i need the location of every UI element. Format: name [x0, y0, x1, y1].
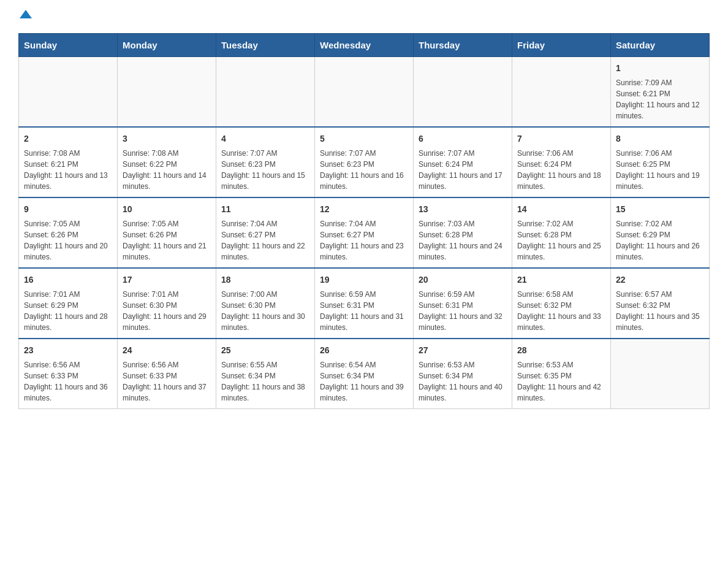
day-info: Sunrise: 6:55 AM Sunset: 6:34 PM Dayligh…: [221, 359, 309, 404]
calendar-day-header: Friday: [512, 34, 611, 57]
calendar-day-cell: 23Sunrise: 6:56 AM Sunset: 6:33 PM Dayli…: [19, 339, 118, 409]
day-number: 2: [24, 132, 112, 145]
calendar-day-cell: 8Sunrise: 7:06 AM Sunset: 6:25 PM Daylig…: [611, 127, 710, 197]
calendar-day-header: Monday: [118, 34, 216, 57]
calendar-day-cell: 2Sunrise: 7:08 AM Sunset: 6:21 PM Daylig…: [19, 127, 118, 197]
calendar-day-cell: 12Sunrise: 7:04 AM Sunset: 6:27 PM Dayli…: [315, 197, 414, 268]
calendar-day-cell: [512, 57, 611, 128]
day-number: 8: [616, 132, 704, 145]
day-info: Sunrise: 7:04 AM Sunset: 6:27 PM Dayligh…: [221, 218, 309, 262]
calendar-day-cell: 4Sunrise: 7:07 AM Sunset: 6:23 PM Daylig…: [216, 127, 315, 197]
day-info: Sunrise: 7:02 AM Sunset: 6:28 PM Dayligh…: [517, 218, 605, 262]
day-info: Sunrise: 6:56 AM Sunset: 6:33 PM Dayligh…: [24, 359, 112, 404]
day-number: 24: [123, 344, 211, 357]
calendar-day-cell: 6Sunrise: 7:07 AM Sunset: 6:24 PM Daylig…: [414, 127, 512, 197]
calendar-day-cell: 27Sunrise: 6:53 AM Sunset: 6:34 PM Dayli…: [414, 339, 512, 409]
day-number: 25: [221, 344, 309, 357]
day-number: 21: [517, 274, 605, 286]
calendar-day-cell: 22Sunrise: 6:57 AM Sunset: 6:32 PM Dayli…: [611, 268, 710, 339]
calendar-week-row: 9Sunrise: 7:05 AM Sunset: 6:26 PM Daylig…: [19, 197, 710, 268]
day-info: Sunrise: 7:05 AM Sunset: 6:26 PM Dayligh…: [123, 218, 211, 262]
calendar-week-row: 23Sunrise: 6:56 AM Sunset: 6:33 PM Dayli…: [19, 339, 710, 409]
calendar-day-cell: 16Sunrise: 7:01 AM Sunset: 6:29 PM Dayli…: [19, 268, 118, 339]
day-info: Sunrise: 7:03 AM Sunset: 6:28 PM Dayligh…: [419, 218, 507, 262]
day-number: 15: [616, 203, 704, 216]
calendar-week-row: 2Sunrise: 7:08 AM Sunset: 6:21 PM Daylig…: [19, 127, 710, 197]
day-number: 23: [24, 344, 112, 357]
day-info: Sunrise: 7:08 AM Sunset: 6:21 PM Dayligh…: [24, 148, 112, 192]
calendar-day-cell: 7Sunrise: 7:06 AM Sunset: 6:24 PM Daylig…: [512, 127, 611, 197]
calendar-day-cell: 1Sunrise: 7:09 AM Sunset: 6:21 PM Daylig…: [611, 57, 710, 128]
day-number: 16: [24, 274, 112, 286]
calendar-day-cell: 21Sunrise: 6:58 AM Sunset: 6:32 PM Dayli…: [512, 268, 611, 339]
calendar-day-header: Sunday: [19, 34, 118, 57]
calendar-day-header: Tuesday: [216, 34, 315, 57]
calendar-table: SundayMondayTuesdayWednesdayThursdayFrid…: [18, 33, 710, 409]
day-info: Sunrise: 7:01 AM Sunset: 6:29 PM Dayligh…: [24, 289, 112, 333]
page-header: [18, 12, 710, 21]
day-number: 28: [517, 344, 605, 357]
calendar-day-cell: 19Sunrise: 6:59 AM Sunset: 6:31 PM Dayli…: [315, 268, 414, 339]
calendar-day-cell: 17Sunrise: 7:01 AM Sunset: 6:30 PM Dayli…: [118, 268, 216, 339]
day-number: 9: [24, 203, 112, 216]
calendar-day-cell: 25Sunrise: 6:55 AM Sunset: 6:34 PM Dayli…: [216, 339, 315, 409]
day-info: Sunrise: 6:53 AM Sunset: 6:35 PM Dayligh…: [517, 359, 605, 404]
day-info: Sunrise: 7:08 AM Sunset: 6:22 PM Dayligh…: [123, 148, 211, 192]
day-info: Sunrise: 6:57 AM Sunset: 6:32 PM Dayligh…: [616, 289, 704, 333]
day-info: Sunrise: 7:05 AM Sunset: 6:26 PM Dayligh…: [24, 218, 112, 262]
calendar-day-cell: 28Sunrise: 6:53 AM Sunset: 6:35 PM Dayli…: [512, 339, 611, 409]
day-number: 10: [123, 203, 211, 216]
calendar-day-cell: 24Sunrise: 6:56 AM Sunset: 6:33 PM Dayli…: [118, 339, 216, 409]
day-info: Sunrise: 7:07 AM Sunset: 6:24 PM Dayligh…: [419, 148, 507, 192]
calendar-day-cell: 9Sunrise: 7:05 AM Sunset: 6:26 PM Daylig…: [19, 197, 118, 268]
day-info: Sunrise: 7:07 AM Sunset: 6:23 PM Dayligh…: [320, 148, 408, 192]
day-number: 18: [221, 274, 309, 286]
day-number: 5: [320, 132, 408, 145]
day-number: 1: [616, 62, 704, 75]
day-number: 4: [221, 132, 309, 145]
calendar-day-cell: 20Sunrise: 6:59 AM Sunset: 6:31 PM Dayli…: [414, 268, 512, 339]
calendar-day-cell: [118, 57, 216, 128]
day-info: Sunrise: 6:54 AM Sunset: 6:34 PM Dayligh…: [320, 359, 408, 404]
day-number: 12: [320, 203, 408, 216]
day-info: Sunrise: 6:59 AM Sunset: 6:31 PM Dayligh…: [320, 289, 408, 333]
calendar-day-cell: [414, 57, 512, 128]
day-info: Sunrise: 7:02 AM Sunset: 6:29 PM Dayligh…: [616, 218, 704, 262]
day-info: Sunrise: 6:58 AM Sunset: 6:32 PM Dayligh…: [517, 289, 605, 333]
day-number: 26: [320, 344, 408, 357]
calendar-day-header: Thursday: [414, 34, 512, 57]
calendar-header-row: SundayMondayTuesdayWednesdayThursdayFrid…: [19, 34, 710, 57]
calendar-day-cell: 10Sunrise: 7:05 AM Sunset: 6:26 PM Dayli…: [118, 197, 216, 268]
day-number: 20: [419, 274, 507, 286]
day-number: 27: [419, 344, 507, 357]
calendar-week-row: 1Sunrise: 7:09 AM Sunset: 6:21 PM Daylig…: [19, 57, 710, 128]
day-number: 17: [123, 274, 211, 286]
calendar-day-header: Wednesday: [315, 34, 414, 57]
day-number: 11: [221, 203, 309, 216]
calendar-day-cell: [611, 339, 710, 409]
day-info: Sunrise: 7:04 AM Sunset: 6:27 PM Dayligh…: [320, 218, 408, 262]
calendar-day-cell: 18Sunrise: 7:00 AM Sunset: 6:30 PM Dayli…: [216, 268, 315, 339]
day-number: 3: [123, 132, 211, 145]
day-info: Sunrise: 7:01 AM Sunset: 6:30 PM Dayligh…: [123, 289, 211, 333]
day-info: Sunrise: 7:09 AM Sunset: 6:21 PM Dayligh…: [616, 77, 704, 121]
calendar-day-cell: [19, 57, 118, 128]
calendar-day-cell: 3Sunrise: 7:08 AM Sunset: 6:22 PM Daylig…: [118, 127, 216, 197]
day-info: Sunrise: 7:00 AM Sunset: 6:30 PM Dayligh…: [221, 289, 309, 333]
calendar-day-cell: [216, 57, 315, 128]
day-info: Sunrise: 6:59 AM Sunset: 6:31 PM Dayligh…: [419, 289, 507, 333]
logo-triangle-icon: [20, 10, 32, 18]
day-number: 13: [419, 203, 507, 216]
logo: [18, 12, 32, 21]
calendar-day-cell: 5Sunrise: 7:07 AM Sunset: 6:23 PM Daylig…: [315, 127, 414, 197]
calendar-day-cell: [315, 57, 414, 128]
day-info: Sunrise: 6:53 AM Sunset: 6:34 PM Dayligh…: [419, 359, 507, 404]
calendar-day-cell: 14Sunrise: 7:02 AM Sunset: 6:28 PM Dayli…: [512, 197, 611, 268]
calendar-day-cell: 15Sunrise: 7:02 AM Sunset: 6:29 PM Dayli…: [611, 197, 710, 268]
day-info: Sunrise: 7:07 AM Sunset: 6:23 PM Dayligh…: [221, 148, 309, 192]
day-info: Sunrise: 6:56 AM Sunset: 6:33 PM Dayligh…: [123, 359, 211, 404]
calendar-day-cell: 13Sunrise: 7:03 AM Sunset: 6:28 PM Dayli…: [414, 197, 512, 268]
calendar-day-cell: 11Sunrise: 7:04 AM Sunset: 6:27 PM Dayli…: [216, 197, 315, 268]
calendar-day-cell: 26Sunrise: 6:54 AM Sunset: 6:34 PM Dayli…: [315, 339, 414, 409]
day-info: Sunrise: 7:06 AM Sunset: 6:25 PM Dayligh…: [616, 148, 704, 192]
